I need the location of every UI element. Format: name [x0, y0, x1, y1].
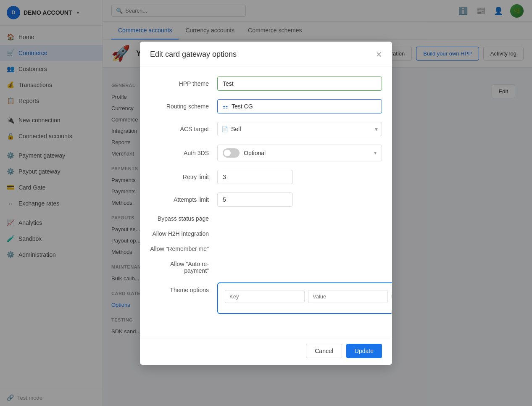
modal-footer: Cancel Update	[140, 337, 392, 365]
attempts-limit-input-wrapper	[217, 192, 382, 207]
retry-limit-label: Retry limit	[150, 174, 217, 180]
cancel-button[interactable]: Cancel	[306, 344, 342, 358]
theme-remove-button[interactable]: ✕	[391, 290, 392, 302]
attempts-limit-label: Attempts limit	[150, 196, 217, 203]
routing-scheme-label: Routing scheme	[150, 103, 217, 110]
attempts-limit-input[interactable]	[217, 192, 293, 207]
routing-scheme-icon: ⚏	[223, 103, 228, 110]
allow-remember-me-row: Allow "Remember me"	[150, 245, 382, 252]
update-button[interactable]: Update	[346, 344, 382, 358]
retry-limit-input[interactable]	[217, 170, 293, 184]
allow-auto-repayment-label: Allow "Auto re-payment"	[150, 261, 217, 274]
bypass-status-page-row: Bypass status page	[150, 215, 382, 222]
attempts-limit-row: Attempts limit	[150, 192, 382, 207]
auth-3ds-select[interactable]: Optional Required Disabled	[244, 150, 370, 156]
theme-options-row: Theme options ✕ +	[150, 282, 382, 318]
hpp-theme-row: HPP theme	[150, 76, 382, 91]
auth-3ds-toggle-slider	[223, 148, 240, 158]
auth-3ds-row: Auth 3DS Optional Required Disabled ▾	[150, 145, 382, 161]
modal-title: Edit card gateway options	[150, 50, 237, 59]
auth-3ds-toggle[interactable]	[223, 148, 240, 158]
hpp-theme-input-wrapper	[217, 76, 382, 91]
acs-target-select-wrapper: 📄 Self Top Parent ▾	[217, 122, 382, 136]
retry-limit-row: Retry limit	[150, 170, 382, 184]
modal-header: Edit card gateway options ✕	[140, 42, 392, 66]
routing-scheme-row: Routing scheme ⚏	[150, 99, 382, 113]
theme-value-input[interactable]	[308, 290, 388, 303]
theme-options-box: ✕ +	[217, 282, 392, 314]
allow-remember-me-label: Allow "Remember me"	[150, 245, 217, 252]
modal-overlay: Edit card gateway options ✕ HPP theme Ro…	[0, 0, 532, 406]
bypass-toggle-wrapper	[217, 215, 382, 222]
routing-scheme-input-wrapper: ⚏	[217, 99, 382, 113]
retry-limit-input-wrapper	[217, 170, 382, 184]
routing-input-container: ⚏	[217, 99, 382, 113]
acs-target-input-wrapper: 📄 Self Top Parent ▾	[217, 122, 382, 136]
theme-key-input[interactable]	[225, 290, 305, 303]
allow-auto-repayment-toggle-wrapper	[217, 264, 382, 271]
bypass-status-page-label: Bypass status page	[150, 215, 217, 222]
hpp-theme-label: HPP theme	[150, 80, 217, 87]
theme-add-button[interactable]: +	[391, 306, 392, 318]
allow-remember-me-toggle-wrapper	[217, 245, 382, 252]
edit-card-gateway-modal: Edit card gateway options ✕ HPP theme Ro…	[140, 42, 392, 365]
theme-options-label: Theme options	[150, 287, 217, 293]
modal-close-button[interactable]: ✕	[376, 50, 382, 59]
theme-options-container: ✕ +	[217, 282, 392, 318]
acs-target-label: ACS target	[150, 126, 217, 132]
acs-target-row: ACS target 📄 Self Top Parent ▾	[150, 122, 382, 136]
allow-h2h-toggle-wrapper	[217, 230, 382, 237]
allow-auto-repayment-row: Allow "Auto re-payment"	[150, 261, 382, 274]
auth-3ds-input-wrapper: Optional Required Disabled ▾	[217, 145, 382, 161]
acs-target-select[interactable]: Self Top Parent	[217, 122, 382, 136]
allow-h2h-row: Allow H2H integration	[150, 230, 382, 237]
auth-3ds-label: Auth 3DS	[150, 150, 217, 156]
modal-body: HPP theme Routing scheme ⚏ ACS target	[140, 66, 392, 337]
theme-options-key-value-row: ✕	[225, 290, 392, 303]
allow-h2h-label: Allow H2H integration	[150, 230, 217, 237]
hpp-theme-input[interactable]	[217, 76, 382, 91]
routing-scheme-input[interactable]	[232, 103, 377, 110]
auth-3ds-chevron-icon: ▾	[374, 150, 377, 156]
auth-3ds-container: Optional Required Disabled ▾	[217, 145, 382, 161]
